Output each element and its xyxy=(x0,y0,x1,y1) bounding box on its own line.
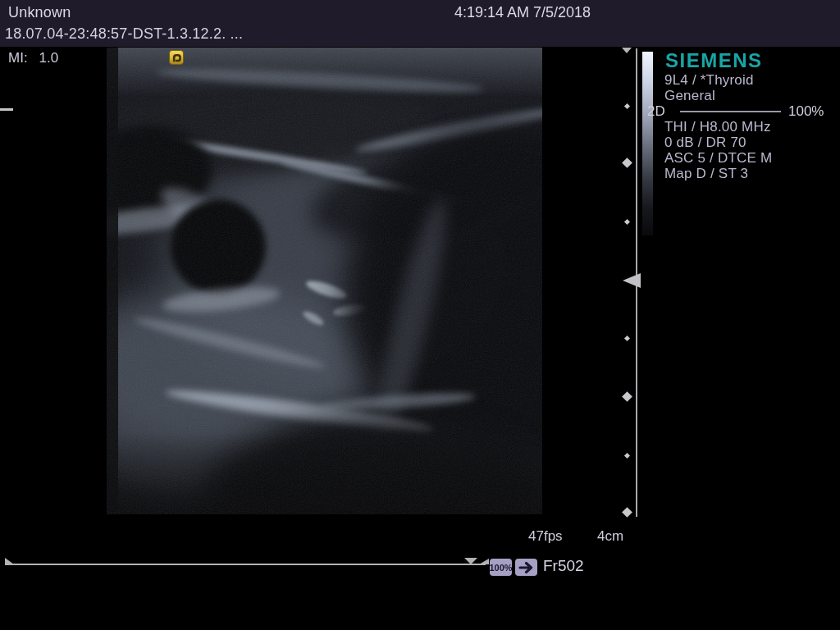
focus-marker-icon[interactable] xyxy=(623,273,641,288)
mode-divider-line xyxy=(680,111,781,112)
depth-label: 4cm xyxy=(597,528,623,545)
cine-position-marker2-icon xyxy=(479,559,489,564)
setting-asc-dtce: ASC 5 / DTCE M xyxy=(664,150,772,167)
depth-tick xyxy=(624,453,630,459)
gain-percent-label: 100% xyxy=(788,103,824,120)
cine-position-marker-icon[interactable] xyxy=(464,558,477,564)
cine-scrub-bar[interactable] xyxy=(5,564,486,565)
depth-tick xyxy=(622,158,632,168)
frame-rate-label: 47fps xyxy=(528,528,563,545)
probe-orientation-marker-icon xyxy=(169,50,184,65)
mi-label: MI: xyxy=(8,50,28,66)
preset-secondary-label: General xyxy=(664,88,715,104)
siemens-logo: SIEMENS xyxy=(665,49,763,72)
depth-tick xyxy=(624,219,630,225)
depth-tick xyxy=(622,507,632,518)
depth-scale-top-icon xyxy=(622,48,632,53)
patient-name: Unknown xyxy=(8,4,71,21)
ultrasound-render xyxy=(107,48,542,514)
setting-map-st: Map D / ST 3 xyxy=(664,166,748,182)
right-arrow-icon xyxy=(518,562,535,573)
mi-readout: MI:1.0 xyxy=(8,50,58,66)
mi-value: 1.0 xyxy=(39,50,59,66)
setting-thi-freq: THI / H8.00 MHz xyxy=(664,119,771,135)
depth-tick xyxy=(624,103,630,109)
setting-gain-dr: 0 dB / DR 70 xyxy=(664,135,746,151)
ultrasound-image[interactable] xyxy=(107,48,542,514)
depth-tick xyxy=(624,336,630,341)
probe-preset-label: 9L4 / *Thyroid xyxy=(664,72,754,89)
study-id: 18.07.04-23:48:57-DST-1.3.12.2. ... xyxy=(5,25,243,43)
grayscale-map-bar xyxy=(642,52,653,235)
frame-counter-label: Fr502 xyxy=(543,557,584,575)
gain-indicator-dash xyxy=(0,108,13,111)
datetime-label: 4:19:14 AM 7/5/2018 xyxy=(454,4,591,21)
ultrasound-app-screen: Unknown 18.07.04-23:48:57-DST-1.3.12.2. … xyxy=(0,0,840,630)
mode-2d-label: 2D xyxy=(647,103,665,120)
depth-tick xyxy=(622,391,632,402)
zoom-percent-badge[interactable]: 100% xyxy=(490,559,512,576)
cine-play-arrow-button[interactable] xyxy=(515,559,537,576)
